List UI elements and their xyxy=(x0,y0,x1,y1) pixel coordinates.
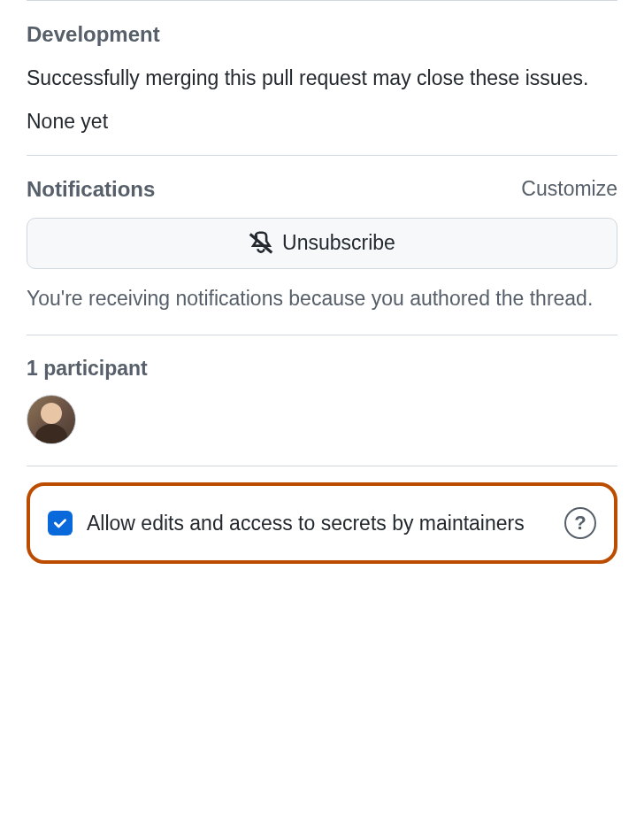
bell-mute-icon xyxy=(249,231,273,256)
notification-reason: You're receiving notifications because y… xyxy=(27,283,617,314)
unsubscribe-button[interactable]: Unsubscribe xyxy=(27,218,617,269)
customize-link[interactable]: Customize xyxy=(521,177,617,201)
avatar[interactable] xyxy=(27,395,76,444)
notifications-section: Notifications Customize Unsubscribe You'… xyxy=(27,155,617,335)
allow-edits-checkbox[interactable] xyxy=(48,511,73,535)
development-empty: None yet xyxy=(27,110,617,134)
development-section: Development Successfully merging this pu… xyxy=(27,0,617,155)
maintainer-edits-section: Allow edits and access to secrets by mai… xyxy=(27,466,617,564)
development-header: Development xyxy=(27,22,617,47)
checkmark-icon xyxy=(52,515,68,531)
allow-edits-label: Allow edits and access to secrets by mai… xyxy=(87,508,550,539)
participants-section: 1 participant xyxy=(27,335,617,466)
notifications-header: Notifications Customize xyxy=(27,177,617,202)
unsubscribe-label: Unsubscribe xyxy=(282,231,395,255)
development-title: Development xyxy=(27,22,160,47)
allow-edits-highlight: Allow edits and access to secrets by mai… xyxy=(27,482,617,564)
notifications-title: Notifications xyxy=(27,177,155,202)
participant-count: 1 participant xyxy=(27,357,617,381)
development-description: Successfully merging this pull request m… xyxy=(27,63,617,94)
help-icon[interactable]: ? xyxy=(564,507,596,539)
